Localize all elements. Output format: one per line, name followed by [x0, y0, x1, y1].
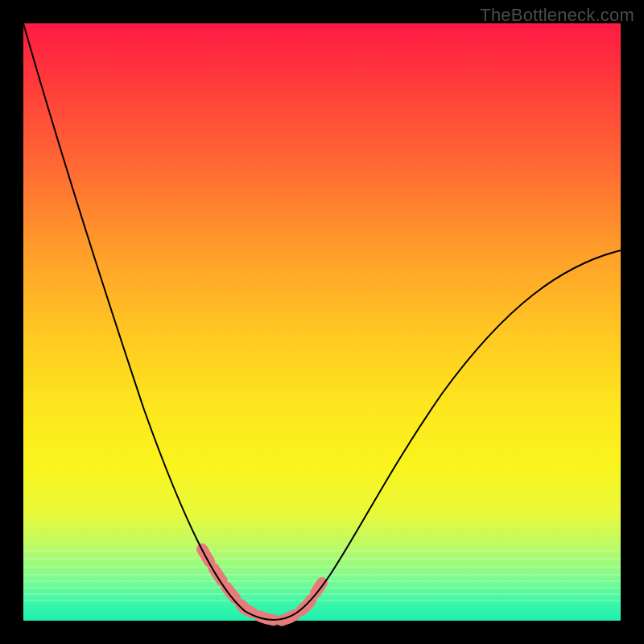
bottleneck-curve: [23, 23, 621, 620]
plot-area: [23, 23, 621, 621]
highlight-segment: [202, 549, 322, 621]
chart-frame: TheBottleneck.com: [0, 0, 644, 644]
watermark-text: TheBottleneck.com: [480, 5, 634, 26]
curve-layer: [23, 23, 621, 621]
